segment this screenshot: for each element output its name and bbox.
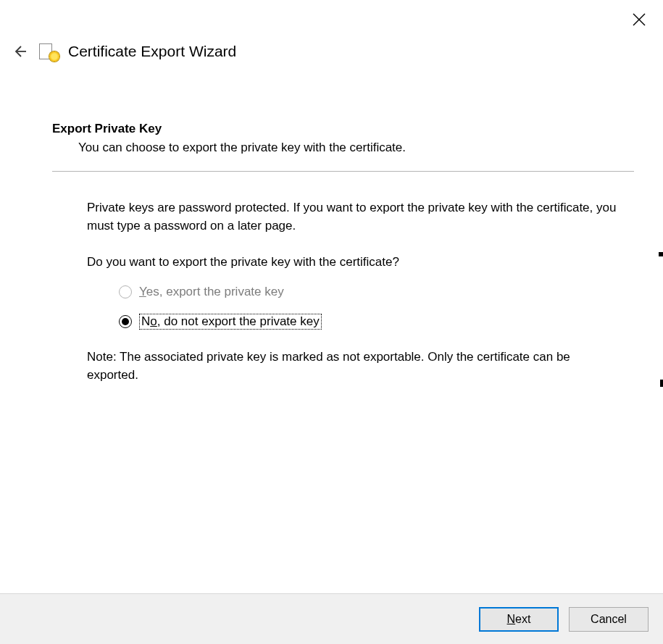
back-arrow-icon: [12, 44, 27, 59]
radio-icon-checked: [119, 315, 132, 328]
section-heading: Export Private Key: [52, 122, 634, 136]
wizard-title: Certificate Export Wizard: [68, 43, 236, 60]
radio-yes-label: Yes, export the private key: [139, 285, 284, 299]
radio-no-label: No, do not export the private key: [139, 314, 322, 330]
radio-dot: [122, 318, 129, 325]
section-subheading: You can choose to export the private key…: [78, 141, 634, 155]
radio-yes-export: Yes, export the private key: [119, 285, 634, 299]
export-question: Do you want to export the private key wi…: [87, 254, 620, 272]
radio-icon: [119, 285, 132, 298]
wizard-content: Export Private Key You can choose to exp…: [52, 122, 634, 384]
next-button[interactable]: Next: [479, 607, 559, 632]
cancel-button[interactable]: Cancel: [569, 607, 649, 632]
edge-mark: [660, 380, 663, 387]
note-text: Note: The associated private key is mark…: [87, 348, 605, 384]
info-paragraph: Private keys are password protected. If …: [87, 199, 620, 235]
back-button[interactable]: [10, 42, 29, 61]
divider: [52, 171, 634, 172]
close-button[interactable]: [628, 9, 650, 30]
export-options-group: Yes, export the private key No, do not e…: [119, 285, 634, 330]
wizard-footer: Next Cancel: [0, 593, 663, 644]
close-icon: [633, 13, 646, 26]
radio-no-export[interactable]: No, do not export the private key: [119, 314, 634, 330]
edge-mark: [659, 252, 663, 256]
wizard-header: Certificate Export Wizard: [10, 42, 236, 61]
certificate-icon: [39, 42, 58, 61]
